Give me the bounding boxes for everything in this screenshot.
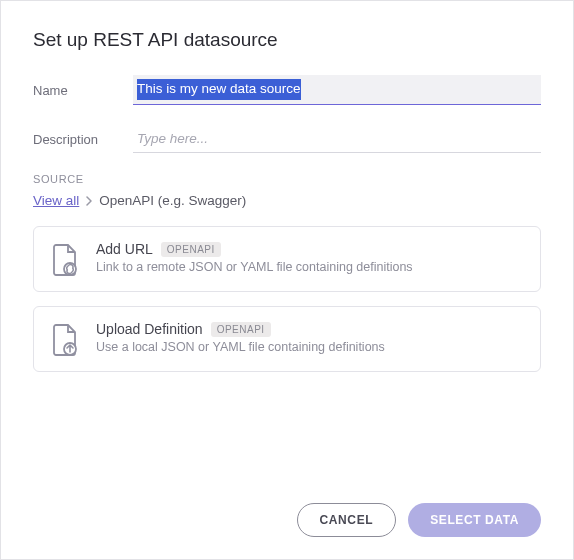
openapi-badge: OPENAPI <box>161 242 221 257</box>
add-url-option[interactable]: Add URL OPENAPI Link to a remote JSON or… <box>33 226 541 292</box>
source-section-label: SOURCE <box>33 173 541 185</box>
view-all-link[interactable]: View all <box>33 193 79 208</box>
file-upload-icon <box>50 323 78 357</box>
name-input[interactable]: This is my new data source <box>133 75 541 105</box>
option-title: Add URL <box>96 241 153 257</box>
description-field-row: Description <box>33 125 541 153</box>
chevron-right-icon <box>85 196 93 206</box>
description-label: Description <box>33 132 133 147</box>
upload-definition-body: Upload Definition OPENAPI Use a local JS… <box>96 321 524 354</box>
breadcrumb-current: OpenAPI (e.g. Swagger) <box>99 193 246 208</box>
option-title: Upload Definition <box>96 321 203 337</box>
cancel-button[interactable]: CANCEL <box>297 503 397 537</box>
option-description: Link to a remote JSON or YAML file conta… <box>96 260 524 274</box>
upload-definition-option[interactable]: Upload Definition OPENAPI Use a local JS… <box>33 306 541 372</box>
name-field-row: Name This is my new data source <box>33 75 541 105</box>
option-description: Use a local JSON or YAML file containing… <box>96 340 524 354</box>
select-data-button[interactable]: SELECT DATA <box>408 503 541 537</box>
name-input-value: This is my new data source <box>137 79 301 100</box>
page-title: Set up REST API datasource <box>33 29 541 51</box>
description-input-wrap <box>133 125 541 153</box>
file-link-icon <box>50 243 78 277</box>
name-label: Name <box>33 83 133 98</box>
description-input[interactable] <box>137 131 537 146</box>
add-url-body: Add URL OPENAPI Link to a remote JSON or… <box>96 241 524 274</box>
dialog-footer: CANCEL SELECT DATA <box>297 503 541 537</box>
openapi-badge: OPENAPI <box>211 322 271 337</box>
breadcrumb: View all OpenAPI (e.g. Swagger) <box>33 193 541 208</box>
